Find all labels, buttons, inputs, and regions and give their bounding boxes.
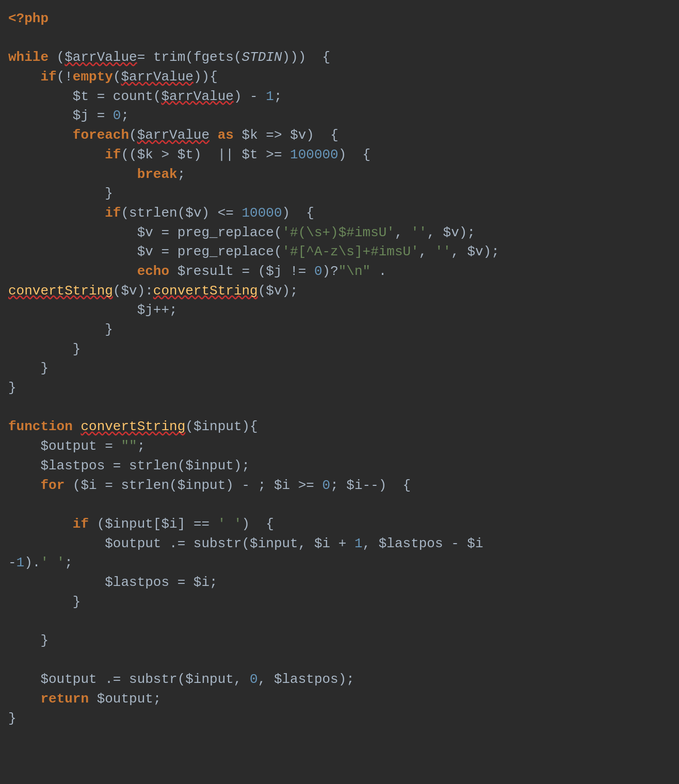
line-output-final: $output .= substr($input, 0, $lastpos); [8, 670, 671, 690]
line-minus1: -1).' '; [8, 553, 671, 573]
line-if-k-t: if(($k > $t) || $t >= 100000) { [8, 145, 671, 165]
line-blank-4 [8, 612, 671, 631]
line-t-count: $t = count($arrValue) - 1; [8, 87, 671, 107]
line-echo: echo $result = ($j != 0)?"\n" . [8, 262, 671, 282]
line-preg2: $v = preg_replace('#[^A-z\s]+#imsU', '',… [8, 242, 671, 262]
line-foreach: foreach($arrValue as $k => $v) { [8, 126, 671, 145]
line-close-if-empty: } [8, 359, 671, 379]
line-if-empty: if(!empty($arrValue)){ [8, 68, 671, 87]
line-output-concat: $output .= substr($input, $i + 1, $lastp… [8, 534, 671, 554]
line-close-function: } [8, 709, 671, 729]
line-close-while: } [8, 379, 671, 398]
line-blank-1 [8, 29, 671, 48]
line-lastpos-assign: $lastpos = $i; [8, 573, 671, 593]
line-php-tag: <?php [8, 9, 671, 29]
line-break: break; [8, 165, 671, 185]
line-if-strlen: if(strlen($v) <= 10000) { [8, 204, 671, 223]
line-close-for: } [8, 631, 671, 651]
line-lastpos-init: $lastpos = strlen($input); [8, 456, 671, 476]
line-j-plus: $j++; [8, 301, 671, 320]
line-convert-string: convertString($v):convertString($v); [8, 282, 671, 301]
line-blank-2 [8, 398, 671, 418]
code-editor: <?php while ($arrValue= trim(fgets(STDIN… [0, 5, 679, 732]
line-for-loop: for ($i = strlen($input) - ; $i >= 0; $i… [8, 476, 671, 496]
line-return: return $output; [8, 690, 671, 709]
line-blank-5 [8, 651, 671, 671]
line-while: while ($arrValue= trim(fgets(STDIN))) { [8, 48, 671, 68]
line-j-zero: $j = 0; [8, 106, 671, 126]
line-preg1: $v = preg_replace('#(\s+)$#imsU', '', $v… [8, 223, 671, 243]
line-function-def: function convertString($input){ [8, 417, 671, 437]
line-close-foreach: } [8, 340, 671, 360]
line-close-if-k: } [8, 184, 671, 204]
line-close-if-space: } [8, 593, 671, 612]
line-close-strlen: } [8, 320, 671, 340]
line-output-init: $output = ""; [8, 437, 671, 456]
line-if-space: if ($input[$i] == ' ') { [8, 515, 671, 534]
line-blank-3 [8, 495, 671, 515]
